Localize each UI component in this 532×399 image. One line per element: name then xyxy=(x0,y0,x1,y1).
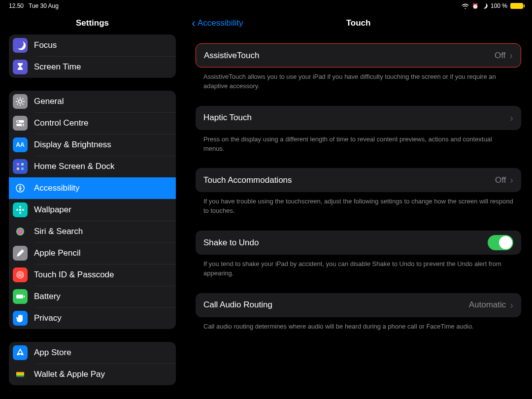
alarm-icon: ⏰ xyxy=(472,3,479,9)
flower-icon xyxy=(13,202,28,217)
aa-icon: AA xyxy=(13,137,28,152)
back-button[interactable]: ‹ Accessibility xyxy=(192,17,243,29)
sidebar-item-siri-search[interactable]: Siri & Search xyxy=(9,221,176,242)
svg-point-12 xyxy=(19,209,22,211)
sidebar-item-general[interactable]: General xyxy=(9,91,176,112)
sidebar-title: Settings xyxy=(0,12,185,34)
cell-label: AssistiveTouch xyxy=(204,51,495,61)
finger-icon xyxy=(13,267,28,282)
sidebar-item-screen-time[interactable]: Screen Time xyxy=(9,56,176,78)
svg-rect-22 xyxy=(24,296,25,298)
sidebar-item-touch-id-passcode[interactable]: Touch ID & Passcode xyxy=(9,264,176,286)
sidebar-item-label: Wallpaper xyxy=(34,205,71,215)
svg-rect-9 xyxy=(21,167,24,170)
toggle-switch[interactable] xyxy=(488,235,513,250)
svg-point-4 xyxy=(22,124,24,126)
sidebar-item-control-centre[interactable]: Control Centre xyxy=(9,112,176,134)
sidebar-item-focus[interactable]: Focus xyxy=(9,34,176,56)
cell-label: Shake to Undo xyxy=(203,238,488,248)
hand-icon xyxy=(13,311,28,326)
dnd-icon xyxy=(482,3,488,9)
pencil-icon xyxy=(13,246,28,261)
svg-point-17 xyxy=(16,228,24,235)
svg-rect-21 xyxy=(16,295,23,299)
main-panel: ‹ Accessibility Touch AssistiveTouchOff›… xyxy=(185,12,532,399)
hourglass-icon xyxy=(13,60,28,74)
svg-point-0 xyxy=(19,100,22,103)
chevron-right-icon: › xyxy=(509,50,513,61)
svg-point-15 xyxy=(16,209,18,211)
chevron-right-icon: › xyxy=(510,174,513,186)
page-title: Touch xyxy=(346,18,371,28)
cell-shake-to-undo[interactable]: Shake to Undo xyxy=(196,231,521,255)
sidebar-item-label: Screen Time xyxy=(34,62,81,72)
svg-rect-6 xyxy=(17,163,19,166)
svg-rect-8 xyxy=(17,167,19,170)
svg-rect-26 xyxy=(16,375,24,376)
svg-text:AA: AA xyxy=(16,141,25,148)
sidebar-group: GeneralControl CentreAADisplay & Brightn… xyxy=(9,91,176,329)
svg-point-16 xyxy=(22,209,24,211)
sidebar-item-label: Battery xyxy=(34,292,61,301)
chevron-left-icon: ‹ xyxy=(192,17,196,29)
svg-point-2 xyxy=(17,121,19,123)
sidebar-item-display-brightness[interactable]: AADisplay & Brightness xyxy=(9,134,176,156)
sidebar-group: App StoreWallet & Apple Pay xyxy=(9,342,176,385)
svg-point-13 xyxy=(19,206,21,208)
sidebar-item-accessibility[interactable]: Accessibility xyxy=(9,177,176,199)
cell-value: Automatic xyxy=(469,300,506,310)
sidebar-item-home-screen-dock[interactable]: Home Screen & Dock xyxy=(9,156,176,177)
battery-icon xyxy=(510,3,523,9)
cell-touch-accommodations[interactable]: Touch AccommodationsOff› xyxy=(196,168,521,192)
battery-icon xyxy=(13,289,28,304)
cell-value: Off xyxy=(495,175,506,185)
sidebar-item-label: Wallet & Apple Pay xyxy=(34,369,105,379)
cell-call-audio-routing[interactable]: Call Audio RoutingAutomatic› xyxy=(196,293,521,317)
cell-label: Haptic Touch xyxy=(203,113,510,123)
cell-footer: If you tend to shake your iPad by accide… xyxy=(196,255,521,289)
status-time: 12.50 xyxy=(9,2,24,9)
sidebar-item-label: Display & Brightness xyxy=(34,140,111,150)
cell-footer: If you have trouble using the touchscree… xyxy=(196,192,521,227)
svg-point-20 xyxy=(19,274,21,276)
sidebar-item-label: Apple Pencil xyxy=(34,248,81,258)
battery-pct: 100 % xyxy=(491,2,507,9)
sidebar-item-label: Siri & Search xyxy=(34,227,83,236)
cell-label: Touch Accommodations xyxy=(203,175,495,185)
sidebar-item-privacy[interactable]: Privacy xyxy=(9,307,176,329)
status-date: Tue 30 Aug xyxy=(29,2,59,9)
sidebar-item-wallet-apple-pay[interactable]: Wallet & Apple Pay xyxy=(9,364,176,385)
wallet-icon xyxy=(13,367,28,382)
svg-point-14 xyxy=(19,212,21,214)
sidebar-group: FocusScreen Time xyxy=(9,34,176,78)
sidebar-item-label: App Store xyxy=(34,348,71,358)
svg-point-11 xyxy=(19,185,21,187)
cell-footer: Call audio routing determines where audi… xyxy=(196,317,521,342)
chevron-right-icon: › xyxy=(510,299,513,311)
sidebar-item-label: Touch ID & Passcode xyxy=(34,270,114,280)
back-label: Accessibility xyxy=(198,18,243,28)
svg-point-19 xyxy=(18,273,23,277)
cell-footer: Press on the display using a different l… xyxy=(196,130,521,165)
cell-haptic-touch[interactable]: Haptic Touch› xyxy=(196,106,521,130)
person-icon xyxy=(13,181,28,196)
sidebar-item-wallpaper[interactable]: Wallpaper xyxy=(9,199,176,221)
chevron-right-icon: › xyxy=(510,112,513,124)
svg-rect-25 xyxy=(16,373,24,375)
sidebar-item-label: Control Centre xyxy=(34,118,89,128)
sidebar: Settings FocusScreen TimeGeneralControl … xyxy=(0,12,185,399)
siri-icon xyxy=(13,224,28,239)
sidebar-item-battery[interactable]: Battery xyxy=(9,286,176,307)
appstore-icon xyxy=(13,345,28,360)
sidebar-item-app-store[interactable]: App Store xyxy=(9,342,176,364)
svg-rect-7 xyxy=(21,163,24,166)
switches-icon xyxy=(13,116,28,131)
cell-assistivetouch[interactable]: AssistiveTouchOff› xyxy=(196,43,521,67)
cell-value: Off xyxy=(495,51,505,61)
svg-rect-24 xyxy=(16,372,24,373)
wifi-icon xyxy=(462,3,469,9)
cell-label: Call Audio Routing xyxy=(203,300,469,310)
sidebar-item-label: Accessibility xyxy=(34,183,80,193)
sidebar-item-label: Focus xyxy=(34,40,57,50)
sidebar-item-apple-pencil[interactable]: Apple Pencil xyxy=(9,242,176,264)
